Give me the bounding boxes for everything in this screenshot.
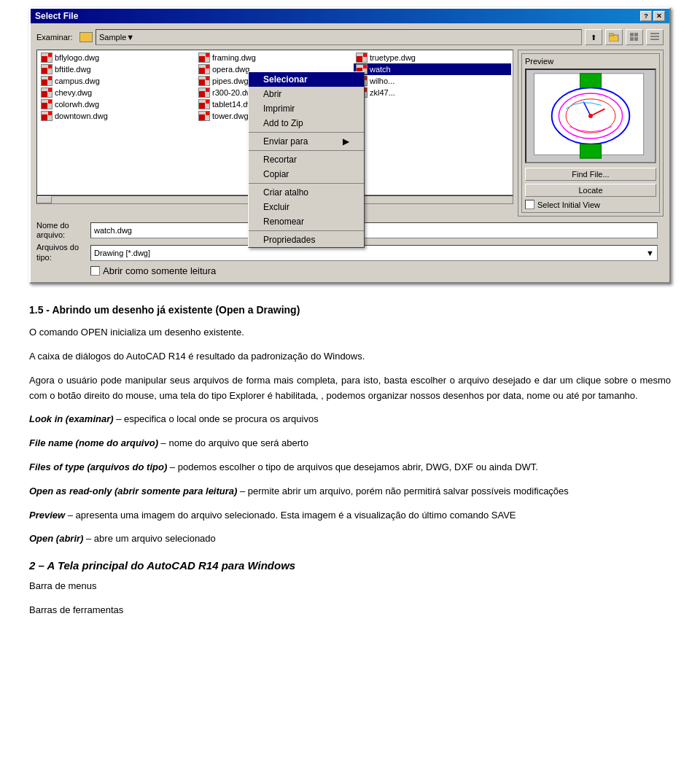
list-item[interactable]: downtown.dwg (39, 110, 196, 122)
ctx-separator-2 (249, 150, 364, 151)
svg-rect-14 (580, 74, 601, 87)
list-item[interactable]: bflylogo.dwg (39, 52, 196, 63)
list-item[interactable]: truetype.dwg (354, 52, 511, 63)
dwg-file-icon (198, 52, 210, 63)
dwg-file-icon (198, 64, 210, 74)
barra-menus-label: Barra de menus (29, 579, 671, 594)
barras-ferramentas-label: Barras de ferramentas (29, 603, 671, 618)
ctx-abrir[interactable]: Abrir (249, 87, 364, 101)
section-heading: 1.5 - Abrindo um desenho já existente (O… (29, 302, 671, 318)
list-item[interactable]: wilho... (354, 75, 511, 87)
list-item[interactable]: bftitle.dwg (39, 63, 196, 75)
examinar-row: Examinar: Sample ▼ ⬆ (36, 29, 664, 45)
select-initial-view-label: Select Initial View (537, 200, 600, 209)
paragraph-open: Open (abrir) – abre um arquivo seleciona… (29, 531, 671, 547)
list-item[interactable]: zkl47... (354, 87, 511, 98)
ctx-selecionar[interactable]: Selecionar (249, 72, 364, 87)
filetype-label: Arquivos do tipo: (36, 243, 88, 262)
close-button[interactable]: ✕ (653, 11, 665, 21)
preview-group: Preview (521, 53, 660, 213)
ctx-separator-4 (249, 230, 364, 231)
new-folder-button[interactable] (605, 29, 623, 45)
up-folder-button[interactable]: ⬆ (585, 29, 602, 45)
examinar-dropdown[interactable]: Sample ▼ (96, 29, 582, 45)
ctx-recortar[interactable]: Recortar (249, 152, 364, 167)
dialog-titlebar: Select File ? ✕ (31, 9, 669, 23)
svg-rect-15 (580, 144, 601, 158)
dwg-file-icon (198, 111, 210, 121)
svg-rect-7 (650, 36, 659, 37)
filetype-dropdown[interactable]: Drawing [*.dwg] ▼ (90, 245, 658, 261)
file-list-container: bflylogo.dwg framing.dwg truetype.dwg bf… (36, 50, 513, 217)
dwg-file-icon (198, 99, 210, 109)
detail-view-button[interactable] (646, 29, 664, 45)
ctx-separator-1 (249, 132, 364, 133)
dwg-file-icon (41, 52, 52, 63)
list-item[interactable]: colorwh.dwg (39, 98, 196, 110)
list-item[interactable]: campus.dwg (39, 75, 196, 87)
titlebar-buttons: ? ✕ (640, 11, 665, 21)
preview-label: Preview (525, 57, 656, 66)
ctx-imprimir[interactable]: Imprimir (249, 101, 364, 116)
ctx-renomear[interactable]: Renomear (249, 214, 364, 229)
filename-label: Nome do arquivo: (36, 221, 88, 240)
readonly-label: Abrir como somente leitura (103, 265, 216, 276)
ctx-copiar[interactable]: Copiar (249, 167, 364, 182)
ctx-excluir[interactable]: Excluir (249, 200, 364, 214)
paragraph-files-type: Files of type (arquivos do tipo) – podem… (29, 460, 671, 475)
select-initial-view-row: Select Initial View (525, 200, 656, 209)
svg-rect-3 (634, 33, 638, 36)
locate-button[interactable]: Locate (525, 184, 656, 197)
list-item[interactable] (354, 98, 511, 110)
context-menu: Selecionar Abrir Imprimir Add to Zip Env… (248, 71, 365, 248)
ctx-propriedades[interactable]: Propriedades (249, 233, 364, 247)
select-initial-view-checkbox[interactable] (525, 200, 534, 209)
dialog-body: Examinar: Sample ▼ ⬆ (31, 23, 669, 282)
svg-rect-2 (630, 33, 634, 36)
dwg-file-icon (41, 76, 52, 86)
svg-rect-1 (609, 34, 613, 36)
readonly-checkbox[interactable] (90, 266, 100, 276)
dwg-file-icon (356, 52, 368, 63)
svg-rect-8 (650, 39, 659, 40)
paragraph-readonly: Open as read-only (abrir somente para le… (29, 484, 671, 499)
document-content: 1.5 - Abrindo um desenho já existente (O… (0, 284, 700, 638)
select-file-dialog: Select File ? ✕ Examinar: Sample ▼ ⬆ (29, 7, 671, 284)
examinar-label: Examinar: (36, 33, 77, 42)
preview-image (525, 69, 656, 163)
list-item[interactable] (354, 110, 511, 122)
list-item[interactable]: framing.dwg (196, 52, 354, 63)
paragraph-1: O comando OPEN inicializa um desenho exi… (29, 325, 671, 340)
paragraph-look-in: Look in (examinar) – especifica o local … (29, 412, 671, 427)
dwg-file-icon (41, 99, 52, 109)
scroll-thumb[interactable] (37, 196, 52, 203)
ctx-criar-atalho[interactable]: Criar atalho (249, 185, 364, 200)
ctx-separator-3 (249, 183, 364, 184)
dwg-file-icon (41, 111, 52, 121)
dwg-file-icon (41, 87, 52, 98)
svg-rect-4 (630, 37, 634, 41)
section2-title: 2 – A Tela principal do AutoCAD R14 para… (29, 557, 671, 574)
preview-panel: Preview (518, 50, 664, 217)
paragraph-preview: Preview – apresenta uma imagem do arquiv… (29, 508, 671, 523)
paragraph-3: Agora o usuário pode manipular seus arqu… (29, 373, 671, 404)
paragraph-file-name: File name (nome do arquivo) – nome do ar… (29, 436, 671, 451)
folder-icon (79, 32, 93, 42)
find-file-button[interactable]: Find File... (525, 168, 656, 181)
dwg-file-icon (198, 76, 210, 86)
help-button[interactable]: ? (640, 11, 652, 21)
svg-rect-6 (650, 33, 659, 34)
list-view-button[interactable] (626, 29, 643, 45)
svg-point-18 (588, 114, 593, 118)
dwg-file-icon (198, 87, 210, 98)
preview-buttons: Find File... Locate (525, 168, 656, 197)
paragraph-2: A caixa de diálogos do AutoCAD R14 é res… (29, 349, 671, 365)
list-item-selected[interactable]: watch (354, 63, 511, 75)
filename-input[interactable] (90, 222, 658, 238)
dialog-title: Select File (35, 11, 78, 21)
readonly-row: Abrir como somente leitura (36, 265, 658, 276)
ctx-add-to-zip[interactable]: Add to Zip (249, 116, 364, 130)
svg-rect-5 (634, 37, 638, 41)
ctx-enviar-para[interactable]: Enviar para ▶ (249, 134, 364, 149)
list-item[interactable]: chevy.dwg (39, 87, 196, 98)
